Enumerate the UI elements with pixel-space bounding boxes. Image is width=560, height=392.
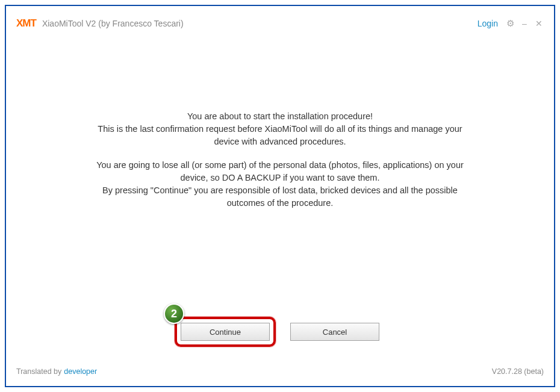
message-line: By pressing "Continue" you are responsib… — [96, 184, 464, 197]
message-line: device, so DO A BACKUP if you want to sa… — [96, 172, 464, 184]
app-logo: XMT — [16, 17, 36, 30]
close-icon[interactable]: ✕ — [534, 19, 544, 28]
message-line: outcomes of the procedure. — [96, 197, 464, 210]
cancel-button[interactable]: Cancel — [290, 323, 379, 341]
continue-button[interactable]: Continue — [181, 323, 270, 341]
button-row: Continue Cancel — [15, 323, 545, 341]
developer-link[interactable]: developer — [64, 367, 97, 376]
message-line: device with advanced procedures. — [96, 135, 464, 148]
message-line: You are about to start the installation … — [96, 110, 464, 123]
gear-icon[interactable]: ⚙ — [505, 18, 515, 29]
window-frame: XMT XiaoMiTool V2 (by Francesco Tescari)… — [5, 5, 555, 387]
message-block-2: You are going to lose all (or some part)… — [96, 159, 464, 210]
confirmation-message: You are about to start the installation … — [96, 110, 464, 220]
minimize-icon[interactable]: – — [520, 19, 529, 28]
titlebar-right: Login ⚙ – ✕ — [478, 18, 544, 29]
app-title: XiaoMiTool V2 (by Francesco Tescari) — [42, 19, 184, 28]
window-inner: XMT XiaoMiTool V2 (by Francesco Tescari)… — [15, 15, 545, 377]
message-block-1: You are about to start the installation … — [96, 110, 464, 148]
version-label: V20.7.28 (beta) — [492, 367, 544, 376]
message-line: This is the last confirmation request be… — [96, 123, 464, 135]
titlebar: XMT XiaoMiTool V2 (by Francesco Tescari)… — [15, 15, 545, 32]
login-link[interactable]: Login — [478, 19, 498, 28]
message-line: You are going to lose all (or some part)… — [96, 159, 464, 172]
footer: Translated by developer V20.7.28 (beta) — [15, 367, 545, 377]
translated-by-label: Translated by — [16, 367, 61, 376]
